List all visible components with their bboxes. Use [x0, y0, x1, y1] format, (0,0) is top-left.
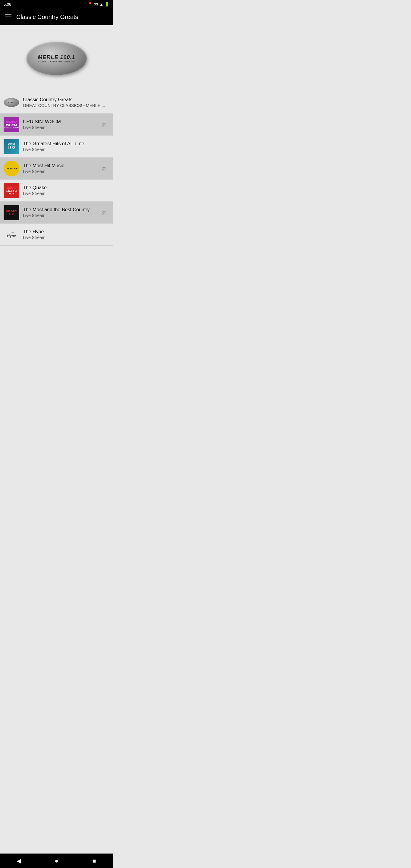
bottom-nav-bar: ◀ ● ■	[0, 854, 113, 868]
favorite-button-gator[interactable]: ☆	[98, 163, 109, 174]
station-info-kicker: The Most and the Best Country Live Strea…	[23, 207, 98, 218]
station-name-merle: Classic Country Greats	[23, 97, 109, 102]
station-logo-hype: The Hype	[4, 227, 19, 242]
station-name-quake: The Quake	[23, 185, 109, 190]
station-info-hype: The Hype Live Stream	[23, 229, 109, 240]
station-subtitle-gator: Live Stream	[23, 169, 98, 174]
station-item-coast102[interactable]: COAST 102 The Greatest Hits of All Time …	[0, 135, 113, 158]
station-info-wgcm: CRUISIN' WGCM Live Stream	[23, 119, 98, 130]
station-item-quake[interactable]: QUAKE 107.9-FM HD2 The Quake Live Stream	[0, 180, 113, 202]
status-icons: 📍 3G ▲ 🔋	[88, 2, 109, 7]
hero-logo: MERLE 100.1 CLASSIC COUNTRY GREATS!	[27, 42, 87, 75]
station-name-gator: The Most Hit Music	[23, 163, 98, 168]
station-subtitle-wgcm: Live Stream	[23, 125, 98, 130]
status-bar: 5:06 📍 3G ▲ 🔋	[0, 0, 113, 8]
back-icon: ◀	[17, 857, 21, 864]
home-icon: ●	[55, 858, 58, 864]
station-info-coast102: The Greatest Hits of All Time Live Strea…	[23, 141, 109, 152]
station-name-kicker: The Most and the Best Country	[23, 207, 98, 213]
station-subtitle-quake: Live Stream	[23, 191, 109, 196]
station-logo-wgcm: CRUISIN' WGCM 1240AM·100.1FM	[4, 117, 19, 132]
station-item-merle[interactable]: MERLE100.1 Classic Country Greats GREAT …	[0, 92, 113, 114]
recent-apps-button[interactable]: ■	[88, 854, 101, 867]
menu-button[interactable]	[5, 14, 11, 19]
back-button[interactable]: ◀	[12, 854, 26, 867]
station-name-hype: The Hype	[23, 229, 109, 235]
star-icon-gator: ☆	[101, 164, 107, 173]
station-logo-merle: MERLE100.1	[4, 95, 19, 110]
station-logo-gator: THE GATOR	[4, 161, 19, 176]
page-title: Classic Country Greats	[16, 13, 78, 21]
star-icon-kicker: ☆	[101, 209, 107, 216]
station-logo-quake: QUAKE 107.9-FM HD2	[4, 183, 19, 198]
station-info-merle: Classic Country Greats GREAT COUNTRY CLA…	[23, 97, 109, 108]
station-subtitle-merle: GREAT COUNTRY CLASSICS! - MERLE ...	[23, 103, 109, 108]
station-item-kicker[interactable]: KICKER 108 The Most and the Best Country…	[0, 202, 113, 224]
station-info-gator: The Most Hit Music Live Stream	[23, 163, 98, 174]
favorite-button-kicker[interactable]: ☆	[98, 207, 109, 218]
battery-icon: 🔋	[104, 2, 109, 7]
star-icon-wgcm: ☆	[101, 121, 107, 128]
station-logo-kicker: KICKER 108	[4, 205, 19, 220]
station-item-gator[interactable]: THE GATOR The Most Hit Music Live Stream…	[0, 158, 113, 180]
signal-bars-icon: ▲	[99, 2, 103, 7]
station-subtitle-kicker: Live Stream	[23, 213, 98, 218]
hero-logo-subtext: CLASSIC COUNTRY GREATS!	[38, 61, 75, 63]
recent-icon: ■	[92, 858, 96, 864]
time: 5:06	[4, 2, 11, 7]
station-name-coast102: The Greatest Hits of All Time	[23, 141, 109, 147]
station-list: MERLE100.1 Classic Country Greats GREAT …	[0, 92, 113, 246]
hero-logo-text: MERLE 100.1	[38, 54, 75, 61]
station-item-wgcm[interactable]: CRUISIN' WGCM 1240AM·100.1FM CRUISIN' WG…	[0, 114, 113, 135]
top-app-bar: Classic Country Greats	[0, 8, 113, 25]
station-name-wgcm: CRUISIN' WGCM	[23, 119, 98, 124]
station-item-hype[interactable]: The Hype The Hype Live Stream	[0, 224, 113, 246]
location-icon: 📍	[88, 2, 93, 7]
hero-section: MERLE 100.1 CLASSIC COUNTRY GREATS!	[0, 25, 113, 92]
station-info-quake: The Quake Live Stream	[23, 185, 109, 196]
home-button[interactable]: ●	[50, 854, 63, 867]
station-subtitle-coast102: Live Stream	[23, 147, 109, 152]
station-logo-coast102: COAST 102	[4, 138, 19, 154]
favorite-button-wgcm[interactable]: ☆	[98, 119, 109, 130]
station-subtitle-hype: Live Stream	[23, 235, 109, 240]
signal-3g: 3G	[94, 2, 98, 6]
